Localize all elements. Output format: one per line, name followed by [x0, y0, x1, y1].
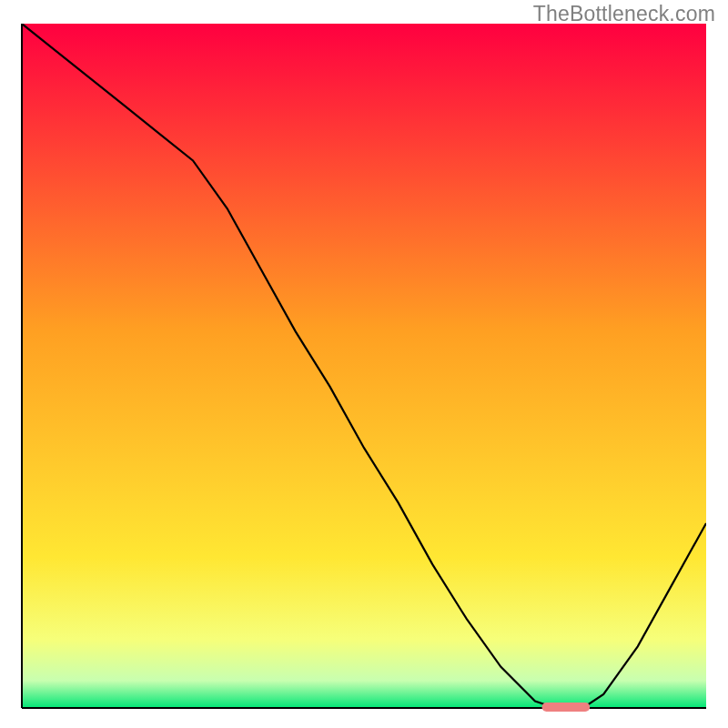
optimal-marker	[542, 703, 591, 712]
bottleneck-chart	[0, 0, 728, 728]
watermark-text: TheBottleneck.com	[533, 2, 715, 26]
chart-container: TheBottleneck.com	[0, 0, 728, 728]
plot-background	[22, 24, 706, 708]
